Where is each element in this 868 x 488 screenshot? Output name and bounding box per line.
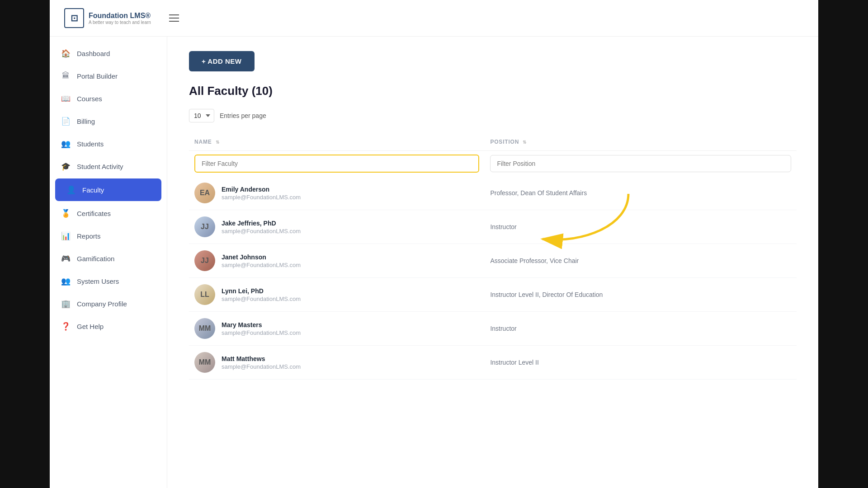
faculty-info: LL Lynn Lei, PhD sample@FoundationLMS.co… (194, 284, 479, 305)
filter-faculty-input[interactable] (194, 155, 479, 173)
sidebar-item-portal-builder[interactable]: 🏛 Portal Builder (50, 65, 167, 87)
avatar: JJ (194, 216, 215, 237)
entries-per-page-select[interactable]: 10 25 50 (189, 109, 214, 122)
faculty-info: MM Matt Matthews sample@FoundationLMS.co… (194, 352, 479, 373)
faculty-position-cell: Associate Professor, Vice Chair (485, 244, 797, 278)
sidebar-item-gamification[interactable]: 🎮 Gamification (50, 247, 167, 270)
faculty-name: Janet Johnson (222, 253, 301, 261)
table-row: MM Mary Masters sample@FoundationLMS.com… (189, 312, 797, 346)
page-title: All Faculty (10) (189, 84, 797, 98)
faculty-position-cell: Instructor (485, 210, 797, 244)
faculty-email: sample@FoundationLMS.com (222, 262, 301, 268)
header: ⊡ Foundation LMS® A better way to teach … (50, 0, 818, 37)
table-row: LL Lynn Lei, PhD sample@FoundationLMS.co… (189, 278, 797, 312)
students-icon: 👥 (61, 139, 71, 149)
add-new-button[interactable]: + ADD NEW (189, 51, 255, 71)
faculty-info: EA Emily Anderson sample@FoundationLMS.c… (194, 183, 479, 203)
filter-position-input[interactable] (490, 155, 791, 172)
sidebar-item-students[interactable]: 👥 Students (50, 132, 167, 155)
sidebar-item-dashboard[interactable]: 🏠 Dashboard (50, 42, 167, 65)
faculty-info: JJ Jake Jeffries, PhD sample@FoundationL… (194, 216, 479, 237)
sidebar-item-reports[interactable]: 📊 Reports (50, 225, 167, 247)
sidebar-label-get-help: Get Help (77, 323, 104, 330)
sidebar-label-system-users: System Users (77, 277, 119, 285)
name-sort-icon[interactable]: ⇅ (216, 140, 220, 145)
filter-position-cell (485, 151, 797, 177)
position-sort-icon[interactable]: ⇅ (523, 140, 527, 145)
certificates-icon: 🏅 (61, 208, 71, 218)
gamification-icon: 🎮 (61, 253, 71, 263)
faculty-position-cell: Professor, Dean Of Student Affairs (485, 176, 797, 210)
faculty-name: Emily Anderson (222, 186, 301, 193)
entries-row: 10 25 50 Entries per page (189, 109, 797, 122)
sidebar-label-students: Students (77, 140, 104, 148)
sidebar-label-courses: Courses (77, 95, 102, 103)
faculty-icon: 👤 (66, 185, 76, 195)
col-header-position: POSITION ⇅ (485, 135, 797, 151)
avatar: LL (194, 284, 215, 305)
sidebar-item-certificates[interactable]: 🏅 Certificates (50, 202, 167, 225)
faculty-email: sample@FoundationLMS.com (222, 329, 301, 336)
sidebar-label-certificates: Certificates (77, 210, 111, 217)
portal-builder-icon: 🏛 (61, 71, 71, 81)
sidebar-item-courses[interactable]: 📖 Courses (50, 87, 167, 110)
filter-row (189, 151, 797, 177)
system-users-icon: 👥 (61, 276, 71, 286)
sidebar-item-get-help[interactable]: ❓ Get Help (50, 315, 167, 338)
entries-label: Entries per page (220, 112, 266, 119)
table-row: JJ Janet Johnson sample@FoundationLMS.co… (189, 244, 797, 278)
sidebar-label-gamification: Gamification (77, 255, 114, 263)
faculty-name: Jake Jeffries, PhD (222, 220, 301, 227)
logo-text: Foundation LMS® A better way to teach an… (89, 12, 151, 25)
sidebar: 🏠 Dashboard 🏛 Portal Builder 📖 Courses 📄… (50, 37, 167, 488)
faculty-position-cell: Instructor (485, 312, 797, 346)
avatar: MM (194, 352, 215, 373)
faculty-table: NAME ⇅ POSITION ⇅ (189, 135, 797, 380)
body-area: 🏠 Dashboard 🏛 Portal Builder 📖 Courses 📄… (50, 37, 818, 488)
sidebar-label-student-activity: Student Activity (77, 163, 123, 170)
faculty-email: sample@FoundationLMS.com (222, 228, 301, 235)
sidebar-label-reports: Reports (77, 232, 101, 240)
faculty-table-wrapper: NAME ⇅ POSITION ⇅ (189, 135, 797, 380)
faculty-position-cell: Instructor Level II, Director Of Educati… (485, 278, 797, 312)
sidebar-item-faculty[interactable]: 👤 Faculty (55, 178, 161, 201)
filter-faculty-cell (189, 151, 485, 177)
student-activity-icon: 🎓 (61, 161, 71, 171)
table-row: EA Emily Anderson sample@FoundationLMS.c… (189, 176, 797, 210)
sidebar-label-dashboard: Dashboard (77, 50, 110, 57)
courses-icon: 📖 (61, 94, 71, 103)
faculty-info: MM Mary Masters sample@FoundationLMS.com (194, 318, 479, 339)
faculty-name-cell: MM Matt Matthews sample@FoundationLMS.co… (189, 346, 485, 380)
logo-tagline: A better way to teach and learn (89, 20, 151, 25)
faculty-info: JJ Janet Johnson sample@FoundationLMS.co… (194, 250, 479, 271)
sidebar-label-billing: Billing (77, 117, 95, 125)
hamburger-menu[interactable] (169, 14, 179, 22)
sidebar-label-portal-builder: Portal Builder (77, 72, 118, 80)
faculty-position-cell: Instructor Level II (485, 346, 797, 380)
sidebar-item-system-users[interactable]: 👥 System Users (50, 270, 167, 292)
avatar: MM (194, 318, 215, 339)
avatar: EA (194, 183, 215, 203)
faculty-name: Mary Masters (222, 321, 301, 328)
sidebar-item-student-activity[interactable]: 🎓 Student Activity (50, 155, 167, 178)
sidebar-item-company-profile[interactable]: 🏢 Company Profile (50, 292, 167, 315)
faculty-name-cell: JJ Jake Jeffries, PhD sample@FoundationL… (189, 210, 485, 244)
logo-area: ⊡ Foundation LMS® A better way to teach … (64, 8, 151, 28)
table-header-row: NAME ⇅ POSITION ⇅ (189, 135, 797, 151)
col-header-name: NAME ⇅ (189, 135, 485, 151)
company-profile-icon: 🏢 (61, 299, 71, 309)
faculty-name-cell: LL Lynn Lei, PhD sample@FoundationLMS.co… (189, 278, 485, 312)
avatar: JJ (194, 250, 215, 271)
logo-icon: ⊡ (64, 8, 84, 28)
sidebar-item-billing[interactable]: 📄 Billing (50, 110, 167, 132)
sidebar-label-faculty: Faculty (82, 186, 104, 194)
get-help-icon: ❓ (61, 321, 71, 331)
faculty-email: sample@FoundationLMS.com (222, 296, 301, 302)
billing-icon: 📄 (61, 116, 71, 126)
faculty-name-cell: MM Mary Masters sample@FoundationLMS.com (189, 312, 485, 346)
sidebar-label-company-profile: Company Profile (77, 300, 127, 308)
faculty-email: sample@FoundationLMS.com (222, 194, 301, 201)
main-content: + ADD NEW All Faculty (10) 10 25 50 Entr… (167, 37, 818, 488)
table-row: MM Matt Matthews sample@FoundationLMS.co… (189, 346, 797, 380)
logo-name: Foundation LMS® (89, 12, 151, 20)
